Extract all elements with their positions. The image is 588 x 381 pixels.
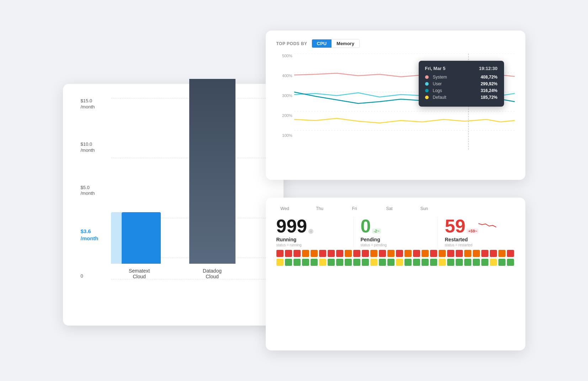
heatmap-cell — [507, 259, 514, 266]
tooltip-dot-default — [425, 96, 429, 99]
datadog-bars-wrapper — [189, 79, 235, 264]
tooltip-row-logs: Logs 316,24% — [425, 88, 498, 93]
day-sun: Sun — [417, 206, 431, 211]
heatmap-cell — [379, 250, 386, 257]
tooltip-value-user: 299,92% — [481, 81, 497, 86]
heatmap-cell — [481, 250, 488, 257]
heatmap-cell — [498, 250, 505, 257]
pods-y-400: 400% — [276, 74, 292, 78]
datadog-label: DatadogCloud — [203, 268, 222, 279]
restarted-label: Restarted — [445, 237, 468, 242]
heatmap-cell — [319, 259, 326, 266]
scene: $15.0/month $10.0/month $5.0/month $3.6/… — [63, 31, 525, 350]
tab-cpu[interactable]: CPU — [312, 39, 332, 48]
heatmap-cell — [387, 259, 394, 266]
pods-y-axis: 500% 400% 300% 200% 100% — [276, 54, 292, 160]
heatmap-cell — [319, 250, 326, 257]
heatmap-cell — [490, 250, 497, 257]
tooltip-row-default: Default 185,72% — [425, 95, 498, 100]
restarted-sparkline — [478, 222, 496, 232]
price-y-label-15: $15.0/month — [81, 98, 109, 110]
heatmap-cell — [345, 259, 352, 266]
heatmap-cell — [498, 259, 505, 266]
tooltip-label-logs: Logs — [433, 88, 477, 93]
stat-pending: 0 -2~ Pending status = pending — [361, 217, 430, 247]
divider-1 — [353, 217, 354, 247]
tooltip-value-system: 408,72% — [481, 75, 497, 80]
restarted-badge: +59~ — [467, 229, 478, 234]
chart-svg-area: Fri, Mar 5 19:12:30 System 408,72% User … — [294, 54, 515, 150]
heatmap-cell — [328, 259, 335, 266]
pods-y-500: 500% — [276, 54, 292, 58]
heatmap-cell — [370, 250, 377, 257]
price-y-label-10: $10.0/month — [81, 141, 109, 154]
heatmap-cell — [353, 250, 360, 257]
heatmap-cell — [370, 259, 377, 266]
price-y-label-5: $5.0/month — [81, 185, 109, 197]
running-label: Running — [276, 237, 297, 242]
tooltip-label-user: User — [433, 81, 477, 86]
heatmap-area — [276, 250, 515, 266]
tooltip-header: Fri, Mar 5 19:12:30 — [425, 66, 498, 71]
heatmap-cell — [396, 259, 403, 266]
heatmap-cell — [430, 259, 437, 266]
datadog-bar-group: DatadogCloud — [189, 79, 235, 279]
metrics-stats-row: 999 i Running status = running 0 -2~ Pen… — [276, 217, 515, 247]
running-number: 999 — [276, 217, 307, 235]
heatmap-cell — [328, 250, 335, 257]
running-number-row: 999 i — [276, 217, 314, 237]
price-bars-area: SematextCloud DatadogCloud — [111, 98, 266, 279]
heatmap-row-1 — [276, 250, 515, 257]
tooltip-label-system: System — [433, 75, 477, 80]
heatmap-cell — [404, 259, 412, 266]
tooltip-row-user: User 299,92% — [425, 81, 498, 86]
heatmap-cell — [447, 259, 454, 266]
heatmap-cell — [293, 250, 301, 257]
pods-y-200: 200% — [276, 113, 292, 118]
sematext-bar-fg — [122, 212, 161, 264]
heatmap-cell — [507, 250, 514, 257]
tab-group[interactable]: CPU Memory — [312, 39, 360, 48]
price-chart-area: $15.0/month $10.0/month $5.0/month $3.6/… — [81, 98, 266, 308]
stat-running: 999 i Running status = running — [276, 217, 346, 247]
tooltip-label-default: Default — [433, 95, 477, 100]
sematext-bar-group: SematextCloud — [111, 79, 168, 279]
heatmap-cell — [439, 259, 446, 266]
heatmap-cell — [481, 259, 488, 266]
pending-sublabel: status = pending — [361, 243, 387, 247]
heatmap-cell — [422, 259, 429, 266]
heatmap-cell — [456, 250, 463, 257]
sematext-label: SematextCloud — [129, 268, 150, 279]
tooltip-value-logs: 316,24% — [481, 88, 497, 93]
tab-memory[interactable]: Memory — [332, 39, 359, 48]
heatmap-cell — [362, 259, 369, 266]
heatmap-cell — [379, 259, 386, 266]
restarted-number: 59 — [445, 217, 466, 235]
heatmap-cell — [336, 259, 343, 266]
running-sublabel: status = running — [276, 243, 302, 247]
divider-2 — [438, 217, 438, 247]
heatmap-cell — [285, 259, 292, 266]
datadog-bar — [189, 79, 235, 264]
pods-title: TOP PODS BY — [276, 41, 307, 46]
heatmap-cell — [413, 250, 420, 257]
heatmap-cell — [387, 250, 394, 257]
heatmap-cell — [336, 250, 343, 257]
day-thu: Thu — [313, 206, 327, 211]
price-y-axis: $15.0/month $10.0/month $5.0/month $3.6/… — [81, 98, 109, 279]
pods-card: TOP PODS BY CPU Memory 500% 400% 300% 20… — [266, 31, 525, 180]
heatmap-cell — [473, 259, 480, 266]
heatmap-cell — [345, 250, 352, 257]
stat-restarted: 59 +59~ Restarted status = restarted — [445, 217, 515, 247]
pods-y-300: 300% — [276, 93, 292, 98]
restarted-number-row: 59 +59~ — [445, 217, 497, 237]
heatmap-cell — [362, 250, 369, 257]
price-y-label-0: 0 — [81, 273, 109, 279]
tooltip-value-default: 185,72% — [481, 95, 497, 100]
metrics-card: Wed Thu Fri Sat Sun 999 i Running status… — [266, 198, 525, 350]
heatmap-cell — [447, 250, 454, 257]
day-wed: Wed — [278, 206, 292, 211]
price-comparison-card: $15.0/month $10.0/month $5.0/month $3.6/… — [63, 84, 284, 326]
sematext-bars-wrapper — [111, 79, 168, 264]
heatmap-cell — [439, 250, 446, 257]
